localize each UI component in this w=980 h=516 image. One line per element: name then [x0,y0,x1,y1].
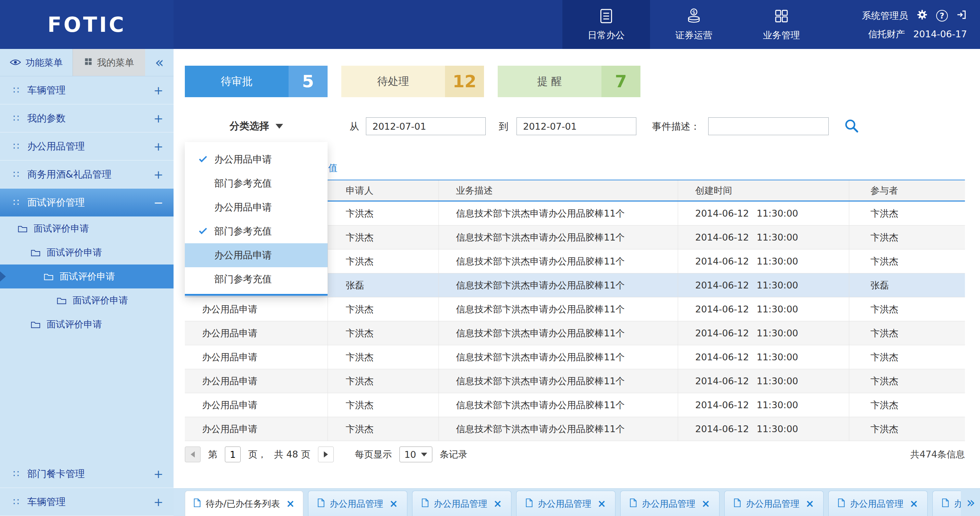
sidebar-menu-item[interactable]: ∷ 面试评价管理 − [0,189,173,217]
sidebar-subitem[interactable]: 面试评价申请 [0,313,173,337]
next-page-button[interactable] [318,446,334,462]
cell-applicant: 卞洪杰 [328,321,439,345]
expander-icon[interactable]: + [154,84,164,97]
bottom-tabs: 待办/已办任务列表 × 办公用品管理 × 办公用品管理 × [185,491,961,516]
sidebar-collapse-button[interactable]: « [145,49,173,76]
menu-bullet-icon: ∷ [13,170,19,179]
table-row[interactable]: 办公用品申请 卞洪杰 信息技术部卞洪杰申请办公用品胶棒11个 2014-06-1… [185,345,965,369]
card-reminder[interactable]: 提 醒 7 [498,66,640,97]
tab-my-menu[interactable]: 我的菜单 [73,49,145,76]
bottom-tab[interactable]: 办公用品管理 × [828,491,928,516]
expander-icon[interactable]: + [154,140,164,153]
dropdown-option[interactable]: 办公用品申请 [185,148,328,171]
close-icon[interactable]: × [805,499,814,509]
nav-securities[interactable]: $ 证券运营 [650,0,738,49]
expander-icon[interactable]: − [154,196,164,210]
close-icon[interactable]: × [493,499,502,509]
cell-applicant: 卞洪杰 [328,202,439,225]
cell-applicant: 卞洪杰 [328,249,439,273]
cell-participant: 卞洪杰 [849,345,965,369]
help-icon[interactable]: ? [936,10,948,22]
sidebar-menu-item[interactable]: ∷ 车辆管理 + [0,488,173,516]
subitem-label: 面试评价申请 [33,222,89,235]
bottom-tab[interactable]: 办公用品管理 × [724,491,824,516]
tab-function-menu[interactable]: 功能菜单 [0,49,73,76]
expander-icon[interactable]: + [154,467,164,481]
event-desc-input[interactable] [708,117,829,135]
top-nav: 日常办公 $ 证券运营 [562,0,825,49]
dropdown-option[interactable]: 部门参考充值 [185,171,328,195]
card-pending-approval[interactable]: 待审批 5 [185,66,328,97]
cell-applicant: 卞洪杰 [328,297,439,321]
bottom-tab[interactable]: 办公用品管理 × [516,491,616,516]
sidebar-subitem[interactable]: 面试评价申请 [0,265,173,289]
table-row[interactable]: 办公用品申请 卞洪杰 信息技术部卞洪杰申请办公用品胶棒11个 2014-06-1… [185,321,965,345]
bottom-tab[interactable]: 办公用品管理 × [412,491,511,516]
prev-page-button[interactable] [185,446,200,462]
cell-created: 2014-06-12 11:30:00 [678,393,849,417]
cell-type: 办公用品申请 [185,321,328,345]
date-from-label: 从 [350,120,359,133]
bottom-tab[interactable]: 办公用品管理 × [932,491,961,516]
nav-daily-office[interactable]: 日常办公 [562,0,650,49]
bottom-tab-label: 办公用品管理 [954,498,961,510]
dropdown-option[interactable]: 部门参考充值 [185,267,328,291]
dropdown-option[interactable]: 办公用品申请 [185,243,328,267]
card-label: 提 醒 [498,66,601,97]
table-row[interactable]: 办公用品申请 卞洪杰 信息技术部卞洪杰申请办公用品胶棒11个 2014-06-1… [185,297,965,321]
sidebar-menu-item[interactable]: ∷ 我的参数 + [0,104,173,132]
dropdown-option[interactable]: 办公用品申请 [185,195,328,219]
sidebar-subitem[interactable]: 面试评价申请 [0,241,173,265]
clipped-link-text[interactable]: 值 [328,162,337,174]
page-number-input[interactable] [225,446,241,462]
cell-description: 信息技术部卞洪杰申请办公用品胶棒11个 [439,369,678,393]
card-count-badge: 7 [601,66,640,97]
bottom-tab[interactable]: 待办/已办任务列表 × [185,491,303,516]
bottom-tab[interactable]: 办公用品管理 × [308,491,407,516]
bottom-tab[interactable]: 办公用品管理 × [620,491,719,516]
sidebar-menu-bottom: ∷ 部门餐卡管理 + ∷ 车辆管理 + [0,460,173,516]
per-page-select[interactable]: 10 [399,446,432,462]
cell-created: 2014-06-12 11:30:00 [678,297,849,321]
close-icon[interactable]: × [389,499,398,509]
table-row[interactable]: 办公用品申请 卞洪杰 信息技术部卞洪杰申请办公用品胶棒11个 2014-06-1… [185,393,965,417]
menu-item-label: 面试评价管理 [27,196,154,209]
cell-type: 办公用品申请 [185,393,328,417]
expander-icon[interactable]: + [154,111,164,125]
logout-icon[interactable] [956,9,967,22]
menu-item-label: 车辆管理 [27,495,154,508]
org-name: 信托财产 [868,28,905,40]
sidebar-menu-item[interactable]: ∷ 部门餐卡管理 + [0,460,173,488]
category-dropdown: 办公用品申请 部门参考充值 办公用品申请 部门参考充值 办公用品申请 部门参考充… [185,142,328,295]
cell-created: 2014-06-12 11:30:00 [678,225,849,249]
sidebar-subitem[interactable]: 面试评价申请 [0,217,173,241]
nav-business-mgmt[interactable]: 业务管理 [738,0,825,49]
main-content: 待审批 5 待处理 12 提 醒 7 分类选择 从 到 事件描述： [173,49,980,488]
cell-applicant: 卞洪杰 [328,369,439,393]
dropdown-option[interactable]: 部门参考充值 [185,219,328,243]
sidebar-subitem[interactable]: 面试评价申请 [0,289,173,313]
dropdown-option-label: 办公用品申请 [214,153,272,166]
card-pending-process[interactable]: 待处理 12 [341,66,484,97]
expander-icon[interactable]: + [154,168,164,181]
tabs-overflow-button[interactable]: » [966,494,975,511]
close-icon[interactable]: × [702,499,710,509]
cell-description: 信息技术部卞洪杰申请办公用品胶棒11个 [439,321,678,345]
table-row[interactable]: 办公用品申请 卞洪杰 信息技术部卞洪杰申请办公用品胶棒11个 2014-06-1… [185,417,965,441]
expander-icon[interactable]: + [154,495,164,509]
close-icon[interactable]: × [910,499,918,509]
current-date: 2014-06-17 [913,29,967,39]
table-row[interactable]: 办公用品申请 卞洪杰 信息技术部卞洪杰申请办公用品胶棒11个 2014-06-1… [185,369,965,393]
close-icon[interactable]: × [286,499,295,509]
sidebar-menu-item[interactable]: ∷ 商务用酒&礼品管理 + [0,160,173,189]
search-icon[interactable] [844,118,859,135]
date-to-input[interactable] [517,117,636,135]
sidebar-menu-item[interactable]: ∷ 车辆管理 + [0,76,173,104]
date-from-input[interactable] [366,117,486,135]
category-select[interactable]: 分类选择 [185,116,328,137]
gear-icon[interactable] [916,9,928,22]
close-icon[interactable]: × [597,499,606,509]
cell-applicant: 卞洪杰 [328,225,439,249]
sidebar-menu-item[interactable]: ∷ 办公用品管理 + [0,132,173,160]
header-participant: 参与者 [849,180,965,200]
